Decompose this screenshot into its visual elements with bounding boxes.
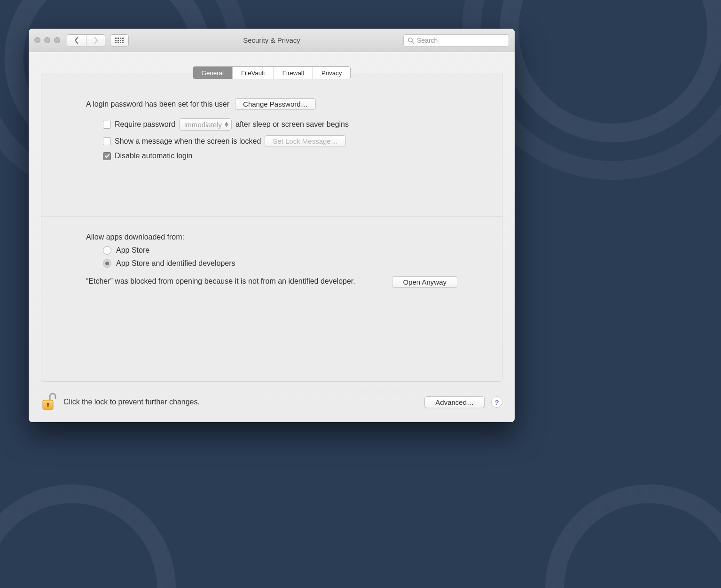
radio-identified-developers[interactable] — [103, 259, 111, 268]
tab-filevault[interactable]: FileVault — [232, 67, 274, 79]
require-password-label: Require password — [115, 120, 175, 129]
chevron-left-icon — [74, 37, 79, 44]
svg-rect-3 — [122, 38, 124, 39]
tabs-area: General FileVault Firewall Privacy — [29, 52, 515, 79]
traffic-lights — [34, 37, 60, 43]
radio-appstore-label: App Store — [116, 246, 149, 255]
tab-bar: General FileVault Firewall Privacy — [193, 66, 351, 79]
footer: Click the lock to prevent further change… — [29, 382, 515, 422]
tab-firewall[interactable]: Firewall — [274, 67, 313, 79]
zoom-window-button[interactable] — [54, 37, 60, 43]
svg-rect-0 — [115, 38, 117, 39]
blocked-app-message: “Etcher” was blocked from opening becaus… — [86, 276, 383, 286]
svg-rect-9 — [118, 42, 119, 43]
radio-appstore[interactable] — [103, 246, 111, 255]
tab-general[interactable]: General — [193, 67, 232, 79]
show-lock-message-row: Show a message when the screen is locked… — [103, 135, 457, 147]
radio-identified-label: App Store and identified developers — [116, 259, 235, 268]
grid-icon — [115, 38, 124, 43]
allow-apps-radio-group: App Store App Store and identified devel… — [103, 246, 457, 268]
search-icon — [408, 37, 414, 44]
set-lock-message-button[interactable]: Set Lock Message… — [265, 135, 345, 147]
radio-row-identified: App Store and identified developers — [103, 259, 457, 268]
show-lock-message-label: Show a message when the screen is locked — [115, 137, 261, 146]
svg-rect-4 — [115, 40, 117, 41]
close-window-button[interactable] — [34, 37, 40, 43]
blocked-app-row: “Etcher” was blocked from opening becaus… — [86, 276, 457, 288]
disable-auto-login-label: Disable automatic login — [115, 152, 192, 160]
svg-rect-5 — [118, 40, 119, 41]
require-password-row: Require password immediately after sleep… — [103, 118, 457, 131]
open-anyway-button[interactable]: Open Anyway — [392, 276, 457, 288]
footer-right: Advanced… ? — [424, 396, 502, 408]
unlocked-padlock-icon — [41, 391, 57, 411]
lock-button[interactable] — [41, 391, 57, 413]
tab-privacy[interactable]: Privacy — [313, 67, 351, 79]
forward-button[interactable] — [86, 35, 105, 46]
disable-auto-login-checkbox[interactable] — [103, 152, 111, 160]
advanced-button[interactable]: Advanced… — [424, 396, 485, 408]
require-password-delay-value: immediately — [184, 121, 222, 129]
svg-rect-7 — [122, 40, 124, 41]
radio-row-appstore: App Store — [103, 246, 457, 255]
svg-rect-6 — [120, 40, 121, 41]
require-password-checkbox[interactable] — [103, 121, 111, 129]
require-password-delay-select[interactable]: immediately — [179, 118, 232, 131]
titlebar: Security & Privacy — [29, 29, 515, 52]
back-button[interactable] — [67, 35, 86, 46]
password-set-row: A login password has been set for this u… — [86, 98, 457, 110]
disable-auto-login-row: Disable automatic login — [103, 152, 457, 160]
show-lock-message-checkbox[interactable] — [103, 137, 111, 145]
checkmark-icon — [104, 153, 110, 159]
nav-history-segment — [67, 34, 105, 46]
section-divider — [41, 217, 502, 217]
lock-hint-text: Click the lock to prevent further change… — [63, 398, 200, 406]
preferences-window: Security & Privacy General FileVault Fir… — [29, 29, 515, 422]
search-input[interactable] — [417, 37, 505, 44]
svg-rect-16 — [47, 404, 49, 407]
search-field[interactable] — [403, 34, 509, 46]
allow-apps-heading: Allow apps downloaded from: — [86, 233, 457, 241]
chevron-right-icon — [94, 37, 98, 44]
svg-rect-2 — [120, 38, 121, 39]
help-button[interactable]: ? — [491, 396, 502, 408]
svg-rect-11 — [122, 42, 124, 43]
minimize-window-button[interactable] — [44, 37, 50, 43]
allow-apps-section: Allow apps downloaded from: App Store Ap… — [86, 233, 457, 288]
svg-rect-1 — [118, 38, 119, 39]
general-panel: A login password has been set for this u… — [41, 73, 502, 382]
require-password-suffix: after sleep or screen saver begins — [235, 120, 349, 129]
show-all-preferences-button[interactable] — [110, 34, 129, 46]
password-set-label: A login password has been set for this u… — [86, 100, 229, 108]
svg-line-13 — [412, 41, 414, 43]
change-password-button[interactable]: Change Password… — [235, 98, 316, 110]
svg-rect-10 — [120, 42, 121, 43]
svg-rect-8 — [115, 42, 117, 43]
select-stepper-icon — [225, 122, 228, 127]
